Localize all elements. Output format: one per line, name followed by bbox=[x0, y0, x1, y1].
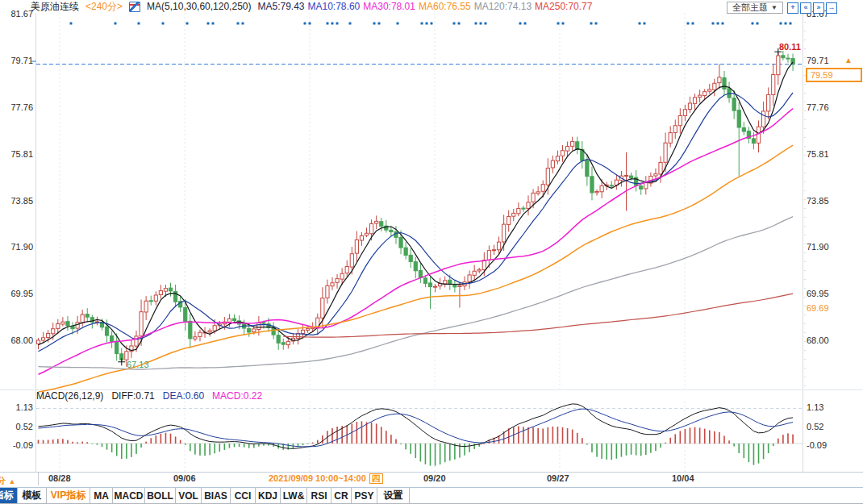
event-marker-dot bbox=[562, 23, 565, 25]
tab-PSY[interactable]: PSY bbox=[352, 488, 377, 503]
indicator-toolbar: 指标模板VIP指标MAMACDBOLLVOLBIASCCIKDJLW&RSICR… bbox=[0, 487, 863, 504]
ma-value: MA30:78.01 bbox=[363, 1, 415, 12]
event-marker-dot bbox=[115, 23, 117, 25]
axis-tick-label: 71.90 bbox=[0, 242, 33, 252]
tab-BOLL[interactable]: BOLL bbox=[145, 488, 176, 503]
chart-tool-icons: +«»→ bbox=[786, 1, 837, 14]
event-marker-dot bbox=[331, 23, 334, 25]
event-marker-dot bbox=[453, 23, 456, 25]
event-marker-dot bbox=[458, 23, 461, 25]
header-controls: 全部主题 ▼ +«»→ bbox=[727, 1, 837, 14]
event-marker-dot bbox=[304, 23, 306, 25]
compress-right-icon[interactable]: » bbox=[813, 2, 824, 14]
selected-bar-datetime-text: 2021/09/09 10:00~14:00 bbox=[269, 473, 366, 484]
tab-KDJ[interactable]: KDJ bbox=[256, 488, 281, 503]
tab-指标[interactable]: 指标 bbox=[0, 488, 18, 503]
session-high-label: 80.11 bbox=[779, 42, 801, 52]
tab-设置[interactable]: 设置 bbox=[377, 488, 410, 503]
ma-value: MA60:76.55 bbox=[419, 1, 471, 12]
indicator-tabs: 指标模板VIP指标MAMACDBOLLVOLBIASCCIKDJLW&RSICR… bbox=[0, 488, 863, 504]
page-forward-icon[interactable]: → bbox=[826, 2, 837, 14]
period-tag: <240分> bbox=[85, 0, 123, 14]
tab-CR[interactable]: CR bbox=[331, 488, 352, 503]
axis-tick-label: 75.81 bbox=[0, 149, 33, 160]
event-marker-dot bbox=[480, 23, 482, 25]
event-marker-dot bbox=[687, 23, 690, 25]
macd-indicator-row: MACD(26,12,9) DIFF:0.71 DEA:0.60 MACD:0.… bbox=[36, 390, 262, 402]
ma-line-MA30 bbox=[39, 109, 794, 375]
axis-tick-label: 75.81 bbox=[807, 149, 829, 160]
event-marker-dot bbox=[717, 23, 719, 25]
axis-tick-label: 77.76 bbox=[0, 102, 33, 113]
event-marker-dot bbox=[212, 23, 215, 25]
date-label: 10/04 bbox=[672, 473, 694, 483]
axis-tick-label: 71.90 bbox=[807, 242, 829, 252]
event-marker-dot bbox=[712, 23, 715, 25]
axis-tick-label: 77.76 bbox=[807, 102, 829, 113]
axis-tick-label: -0.09 bbox=[807, 440, 827, 451]
date-label: 09/06 bbox=[173, 473, 196, 483]
trading-app-window: 美原油连续 <240分> MA(5,10,30,60,120,250) MA5:… bbox=[0, 0, 863, 504]
event-marker-dot bbox=[557, 23, 560, 25]
event-marker-dot bbox=[426, 23, 428, 25]
event-marker-dot bbox=[644, 23, 646, 25]
ma-value: MA120:74.13 bbox=[474, 1, 532, 12]
event-marker-dot bbox=[237, 23, 240, 25]
event-marker-dot bbox=[207, 23, 210, 25]
event-marker-dot bbox=[752, 23, 754, 25]
price-up-arrow-icon: ▲ bbox=[844, 56, 853, 65]
date-label: 08/28 bbox=[48, 473, 71, 483]
tab-模板[interactable]: 模板 bbox=[18, 488, 47, 503]
reference-price-label: 69.69 bbox=[807, 303, 829, 314]
event-marker-dot bbox=[790, 23, 792, 25]
axis-tick-label: 68.00 bbox=[0, 335, 33, 346]
axis-tick-label: 1.13 bbox=[0, 402, 33, 413]
tab-VOL[interactable]: VOL bbox=[176, 488, 202, 503]
tab-VIP指标[interactable]: VIP指标 bbox=[47, 488, 90, 503]
tab-BIAS[interactable]: BIAS bbox=[202, 488, 231, 503]
theme-dropdown-label: 全部主题 bbox=[732, 2, 768, 13]
axis-tick-label: 1.13 bbox=[807, 402, 823, 413]
ma-line-MA120 bbox=[39, 217, 794, 369]
tab-RSI[interactable]: RSI bbox=[307, 488, 331, 503]
tab-MACD[interactable]: MACD bbox=[113, 488, 145, 503]
axis-tick-label: 79.71 bbox=[807, 56, 829, 66]
event-marker-dot bbox=[590, 23, 593, 25]
ma-group-label: MA(5,10,30,60,120,250) bbox=[147, 1, 251, 12]
event-marker-dot bbox=[519, 23, 522, 25]
ma-line-MA5 bbox=[39, 62, 794, 350]
ma-value: MA5:79.43 bbox=[257, 1, 304, 12]
symbol-title: 美原油连续 bbox=[31, 0, 79, 14]
tab-LW&[interactable]: LW& bbox=[281, 488, 307, 503]
event-marker-dot bbox=[397, 23, 399, 25]
event-marker-dot bbox=[373, 23, 376, 25]
crosshair-icon[interactable]: + bbox=[787, 2, 798, 14]
event-marker-dot bbox=[485, 23, 487, 25]
event-marker-dot bbox=[70, 23, 73, 25]
triangle-up-icon: ▲ bbox=[8, 477, 15, 485]
date-label: 09/27 bbox=[547, 473, 569, 483]
macd-dea-label: DEA:0.60 bbox=[163, 390, 204, 402]
axis-tick-label: 0.52 bbox=[807, 422, 823, 432]
tab-MA[interactable]: MA bbox=[90, 488, 113, 503]
event-marker-dot bbox=[780, 23, 782, 25]
event-marker-dot bbox=[785, 23, 787, 25]
chart-plot-area[interactable] bbox=[0, 0, 863, 487]
axis-tick-label: 79.71 bbox=[0, 56, 33, 66]
event-marker-dot bbox=[186, 23, 189, 25]
axis-tick-label: 69.95 bbox=[0, 289, 33, 299]
date-label: 09/20 bbox=[423, 473, 446, 483]
event-marker-dot bbox=[524, 23, 527, 25]
theme-dropdown[interactable]: 全部主题 ▼ bbox=[727, 2, 783, 14]
time-axis: 240分 ▲ 08/2809/0609/2009/2710/04 2021/09… bbox=[0, 473, 863, 487]
event-marker-dot bbox=[349, 23, 352, 25]
kline-chart-icon bbox=[129, 2, 140, 12]
session-low-label: 67.13 bbox=[127, 360, 149, 370]
compress-left-icon[interactable]: « bbox=[800, 2, 811, 14]
event-marker-dot bbox=[162, 23, 165, 25]
event-marker-dot bbox=[595, 23, 598, 25]
event-marker-dot bbox=[336, 23, 339, 25]
tab-CCI[interactable]: CCI bbox=[231, 488, 256, 503]
event-marker-dot bbox=[475, 23, 477, 25]
period-selector[interactable]: 240分 ▲ bbox=[0, 473, 39, 485]
